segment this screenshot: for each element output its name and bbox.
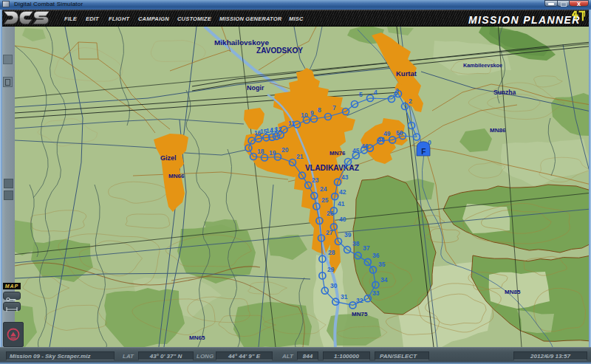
svg-text:MN66: MN66: [168, 173, 185, 179]
svg-text:10: 10: [301, 111, 308, 119]
svg-text:Nogir: Nogir: [247, 84, 264, 92]
svg-text:46: 46: [361, 142, 369, 150]
svg-text:32: 32: [356, 297, 363, 304]
svg-text:35: 35: [378, 261, 386, 268]
svg-text:MN65: MN65: [189, 334, 205, 341]
svg-text:12: 12: [275, 126, 282, 133]
svg-text:MN76: MN76: [329, 150, 346, 157]
svg-text:36: 36: [372, 252, 380, 259]
svg-text:MN75: MN75: [352, 311, 368, 317]
svg-text:48: 48: [378, 136, 385, 143]
svg-text:21: 21: [296, 153, 304, 160]
svg-text:F: F: [421, 148, 426, 156]
svg-text:39: 39: [344, 231, 352, 238]
svg-text:20: 20: [281, 146, 289, 154]
svg-text:34: 34: [380, 276, 388, 284]
svg-text:37: 37: [363, 244, 370, 252]
svg-text:5: 5: [359, 91, 363, 98]
svg-text:24: 24: [320, 185, 327, 193]
svg-text:45: 45: [352, 147, 360, 154]
svg-text:26: 26: [327, 210, 334, 217]
svg-text:Kambileevskoe: Kambileevskoe: [463, 62, 502, 69]
svg-text:31: 31: [341, 293, 348, 301]
svg-text:MN86: MN86: [490, 127, 506, 134]
svg-text:ZAVODSKOY: ZAVODSKOY: [256, 46, 303, 55]
svg-text:40: 40: [339, 216, 346, 223]
svg-text:Sunzha: Sunzha: [493, 89, 516, 96]
svg-text:38: 38: [352, 240, 360, 247]
svg-text:29: 29: [327, 266, 335, 273]
svg-text:19: 19: [269, 149, 276, 157]
svg-text:50: 50: [396, 129, 403, 137]
svg-text:11: 11: [288, 120, 295, 127]
svg-text:30: 30: [330, 282, 338, 289]
svg-text:3: 3: [395, 87, 399, 95]
svg-text:VLADIKAVKAZ: VLADIKAVKAZ: [305, 163, 359, 172]
svg-text:23: 23: [312, 176, 319, 184]
svg-text:42: 42: [339, 188, 346, 196]
svg-text:27: 27: [326, 229, 333, 236]
svg-text:4: 4: [374, 89, 378, 96]
svg-text:25: 25: [321, 196, 329, 204]
svg-text:28: 28: [328, 249, 335, 256]
svg-text:MN85: MN85: [505, 289, 521, 295]
svg-text:33: 33: [372, 289, 380, 297]
svg-text:43: 43: [341, 174, 349, 181]
svg-text:9: 9: [310, 109, 314, 117]
svg-text:18: 18: [257, 148, 264, 155]
svg-text:Gizel: Gizel: [160, 154, 177, 162]
svg-text:41: 41: [338, 200, 345, 207]
svg-text:2: 2: [409, 97, 412, 105]
svg-text:8: 8: [318, 106, 321, 114]
svg-text:7: 7: [332, 104, 336, 111]
svg-text:Kurtat: Kurtat: [396, 69, 417, 78]
